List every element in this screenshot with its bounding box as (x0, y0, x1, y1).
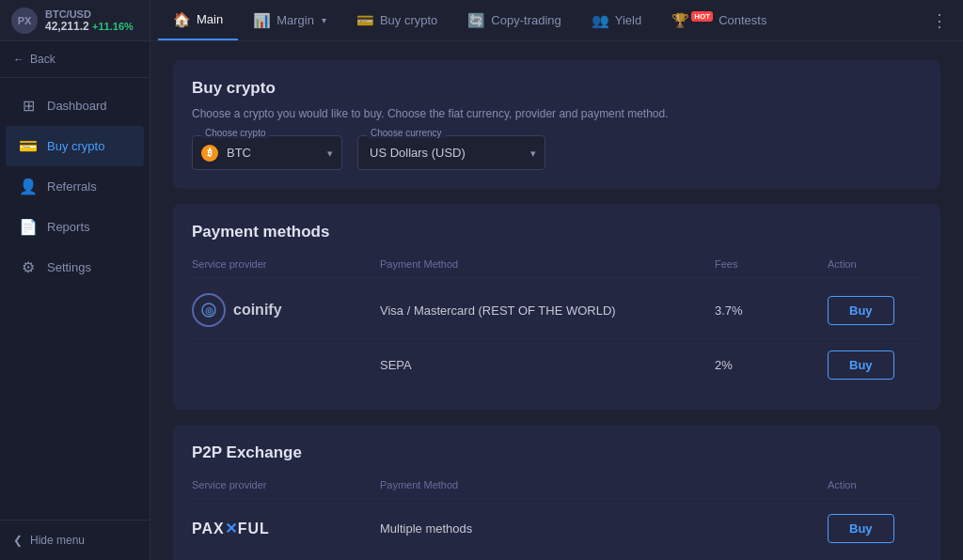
nav-tabs: 🏠 Main 📊 Margin ▾ 💳 Buy crypto 🔄 Copy-tr… (150, 0, 916, 40)
hide-menu-icon: ❮ (13, 534, 23, 547)
referrals-icon: 👤 (19, 178, 38, 195)
paxful-x-letter: ✕ (225, 521, 238, 537)
coinify-logo: ◎ coinify (192, 293, 282, 327)
nav-menu-button[interactable]: ⋮ (916, 10, 963, 31)
p2p-th-action: Action (828, 479, 922, 490)
payment-row-sepa: SEPA 2% Buy (192, 339, 922, 391)
payment-methods-title: Payment methods (192, 223, 922, 241)
sepa-fees: 2% (715, 358, 828, 372)
paxful-action-cell: Buy (828, 514, 922, 543)
th-provider: Service provider (192, 258, 380, 270)
nav-tab-contests-label: Contests (718, 13, 766, 27)
back-arrow-icon: ← (13, 53, 24, 66)
buycrypto-icon: 💳 (19, 137, 38, 155)
sepa-payment-method: SEPA (380, 358, 715, 372)
sidebar-item-reports[interactable]: 📄 Reports (6, 207, 144, 247)
p2p-exchange-title: P2P Exchange (192, 443, 922, 462)
p2p-exchange-card: P2P Exchange Service provider Payment Me… (173, 425, 940, 560)
paxful-buy-button[interactable]: Buy (828, 514, 894, 543)
choose-crypto-select-wrapper: ₿ BTC (192, 135, 342, 170)
coinify-provider-cell: ◎ coinify (192, 293, 380, 327)
nav-tab-copytrading-label: Copy-trading (491, 13, 560, 27)
choose-currency-label: Choose currency (367, 128, 446, 138)
nav-tab-contests[interactable]: 🏆 HOT Contests (656, 0, 781, 40)
price-change: +11.16% (92, 21, 134, 32)
visa-fees: 3.7% (715, 303, 828, 318)
yield-icon: 👥 (592, 12, 609, 29)
payment-methods-card: Payment methods Service provider Payment… (173, 204, 940, 410)
nav-tab-main-label: Main (197, 12, 223, 26)
price-value: 42,211.2 +11.16% (45, 20, 134, 33)
choose-currency-select-wrapper: US Dollars (USD) (357, 135, 545, 170)
hot-badge: HOT (691, 11, 713, 22)
visa-buy-button[interactable]: Buy (828, 296, 894, 325)
sidebar-item-settings[interactable]: ⚙ Settings (6, 247, 144, 288)
choose-currency-field: Choose currency US Dollars (USD) (357, 135, 545, 170)
back-label: Back (30, 53, 55, 66)
price-info: BTC/USD 42,211.2 +11.16% (45, 8, 134, 33)
price-pair: BTC/USD (45, 8, 134, 20)
visa-payment-method: Visa / Mastercard (REST OF THE WORLD) (380, 303, 715, 318)
chart-icon: 📊 (253, 12, 271, 29)
p2p-th-paymentmethod: Payment Method (380, 479, 828, 490)
nav-tab-buycrypto[interactable]: 💳 Buy crypto (341, 0, 452, 40)
svg-text:◎: ◎ (205, 305, 213, 316)
paxful-payment-method: Multiple methods (380, 521, 828, 536)
th-paymentmethod: Payment Method (380, 258, 715, 270)
coinify-symbol-icon: ◎ (200, 302, 217, 319)
home-icon: 🏠 (173, 11, 191, 28)
p2p-th-provider: Service provider (192, 479, 380, 490)
nav-tab-yield[interactable]: 👥 Yield (576, 0, 656, 40)
chevron-down-icon: ▾ (322, 15, 326, 25)
copy-icon: 🔄 (467, 12, 485, 29)
main-layout: ← Back ⊞ Dashboard 💳 Buy crypto 👤 Referr… (0, 41, 963, 560)
choose-currency-select[interactable]: US Dollars (USD) (357, 135, 545, 170)
visa-action-cell: Buy (828, 296, 922, 325)
p2p-header: Service provider Payment Method Action (192, 472, 922, 499)
trophy-icon: 🏆 (671, 12, 689, 29)
nav-tab-main[interactable]: 🏠 Main (158, 0, 238, 40)
logo-icon: PX (11, 8, 38, 34)
sidebar-item-buycrypto-label: Buy crypto (47, 139, 104, 153)
logo-area: PX BTC/USD 42,211.2 +11.16% (0, 0, 150, 40)
sidebar-item-settings-label: Settings (47, 260, 91, 274)
sepa-buy-button[interactable]: Buy (828, 350, 894, 380)
sidebar-item-referrals-label: Referrals (47, 179, 97, 194)
reports-icon: 📄 (19, 218, 38, 236)
sidebar-item-dashboard-label: Dashboard (47, 99, 107, 113)
choose-crypto-field: Choose crypto ₿ BTC (192, 135, 342, 170)
payment-row-visa: ◎ coinify Visa / Mastercard (REST OF THE… (192, 282, 922, 339)
sepa-action-cell: Buy (828, 350, 922, 380)
sidebar-item-referrals[interactable]: 👤 Referrals (6, 166, 144, 207)
nav-tab-buycrypto-label: Buy crypto (380, 13, 437, 27)
th-action: Action (828, 258, 922, 270)
p2p-row-paxful: PAX✕FUL Multiple methods Buy (192, 503, 922, 554)
card-icon: 💳 (356, 12, 374, 29)
nav-tab-copytrading[interactable]: 🔄 Copy-trading (452, 0, 576, 40)
buy-crypto-form: Choose crypto ₿ BTC Choose currency US D… (192, 135, 922, 170)
nav-tab-yield-label: Yield (615, 13, 641, 27)
content-area: Buy crypto Choose a crypto you would lik… (150, 41, 963, 560)
dashboard-icon: ⊞ (19, 97, 38, 115)
sidebar-items: ⊞ Dashboard 💳 Buy crypto 👤 Referrals 📄 R… (0, 78, 150, 520)
sidebar: ← Back ⊞ Dashboard 💳 Buy crypto 👤 Referr… (0, 41, 150, 560)
sidebar-item-buycrypto[interactable]: 💳 Buy crypto (6, 126, 144, 166)
back-button[interactable]: ← Back (0, 41, 150, 78)
settings-icon: ⚙ (19, 258, 38, 276)
btc-icon: ₿ (201, 145, 218, 162)
hide-menu-label: Hide menu (30, 534, 85, 547)
paxful-provider-cell: PAX✕FUL (192, 520, 380, 537)
buy-crypto-subtitle: Choose a crypto you would like to buy. C… (192, 107, 922, 120)
top-navigation: PX BTC/USD 42,211.2 +11.16% 🏠 Main 📊 Mar… (0, 0, 963, 41)
nav-tab-margin[interactable]: 📊 Margin ▾ (238, 0, 341, 40)
buy-crypto-card: Buy crypto Choose a crypto you would lik… (173, 60, 940, 189)
buy-crypto-title: Buy crypto (192, 79, 922, 98)
sidebar-item-dashboard[interactable]: ⊞ Dashboard (6, 86, 144, 126)
coinify-text: coinify (233, 302, 282, 319)
choose-crypto-label: Choose crypto (201, 128, 269, 138)
nav-tab-margin-label: Margin (276, 13, 314, 27)
coinify-circle-icon: ◎ (192, 293, 226, 327)
hide-menu-button[interactable]: ❮ Hide menu (0, 520, 150, 560)
paxful-logo: PAX✕FUL (192, 520, 270, 537)
sidebar-item-reports-label: Reports (47, 220, 90, 234)
